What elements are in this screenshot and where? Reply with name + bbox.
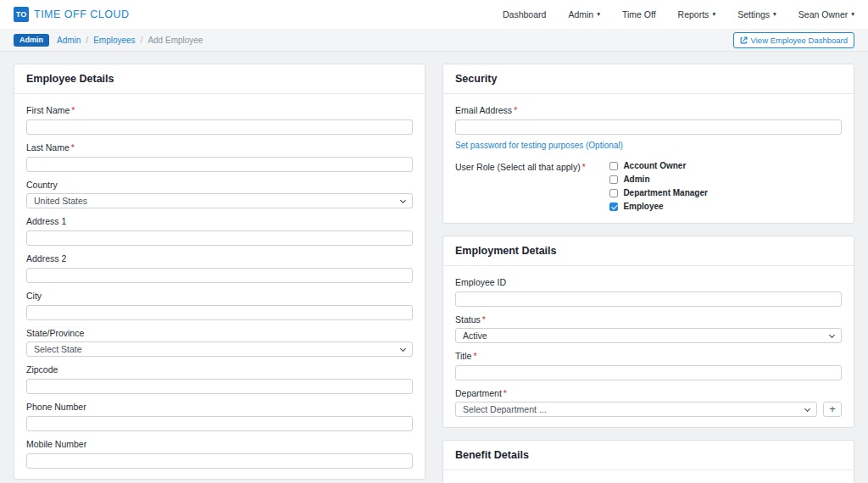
required-mark: * — [473, 351, 476, 361]
employee-id-label: Employee ID — [455, 277, 842, 287]
chevron-down-icon — [400, 197, 406, 203]
brand-text: TIME OFF CLOUD — [34, 8, 130, 20]
breadcrumb-employees[interactable]: Employees — [93, 36, 135, 45]
field-department: Department* Select Department ... + — [455, 388, 842, 417]
field-last-name: Last Name* — [26, 142, 413, 172]
field-address2: Address 2 — [26, 253, 413, 283]
main-nav: Dashboard Admin▾ Time Off Reports▾ Setti… — [503, 9, 854, 19]
state-select[interactable]: Select State — [26, 341, 413, 357]
chevron-down-icon — [804, 405, 810, 411]
app-logo-icon: TO — [14, 7, 29, 22]
breadcrumb-bar: Admin Admin / Employees / Add Employee V… — [0, 29, 868, 52]
checkbox-unchecked-icon[interactable] — [609, 175, 618, 184]
mobile-number-input[interactable] — [26, 453, 413, 469]
phone-number-label: Phone Number — [26, 402, 413, 412]
field-city: City — [26, 291, 413, 320]
field-country: Country United States — [26, 180, 413, 208]
department-label: Department* — [455, 388, 842, 398]
last-name-input[interactable] — [26, 157, 413, 172]
title-label: Title* — [455, 351, 842, 361]
email-input[interactable] — [455, 119, 842, 135]
admin-badge: Admin — [14, 34, 49, 47]
field-title: Title* — [455, 351, 842, 380]
address2-label: Address 2 — [26, 253, 413, 264]
first-name-label: First Name* — [26, 105, 413, 115]
required-mark: * — [71, 105, 75, 115]
field-first-name: First Name* — [26, 105, 413, 135]
required-mark: * — [504, 388, 507, 398]
user-role-group: User Role (Select all that apply)* Accou… — [455, 161, 842, 211]
checkbox-unchecked-icon[interactable] — [609, 162, 618, 170]
breadcrumb: Admin / Employees / Add Employee — [57, 36, 203, 45]
required-mark: * — [514, 105, 517, 115]
required-mark: * — [71, 142, 75, 153]
address1-label: Address 1 — [26, 216, 413, 226]
checkbox-checked-icon[interactable] — [609, 203, 618, 211]
chevron-down-icon: ▾ — [712, 11, 715, 18]
chevron-down-icon — [400, 345, 406, 351]
field-mobile: Mobile Number — [26, 439, 413, 469]
checkbox-unchecked-icon[interactable] — [609, 189, 618, 197]
view-employee-dashboard-button[interactable]: View Employee Dashboard — [733, 32, 854, 48]
role-department-manager[interactable]: Department Manager — [609, 188, 707, 197]
role-admin[interactable]: Admin — [609, 175, 707, 184]
email-label: Email Address* — [455, 105, 842, 115]
nav-admin[interactable]: Admin▾ — [568, 9, 600, 19]
zipcode-label: Zipcode — [26, 364, 413, 375]
chevron-down-icon: ▾ — [773, 11, 776, 18]
employee-id-input[interactable] — [455, 291, 842, 307]
city-input[interactable] — [26, 305, 413, 320]
user-role-options: Account Owner Admin Department Manager — [609, 161, 707, 211]
field-employee-id: Employee ID — [455, 277, 842, 307]
required-mark: * — [582, 162, 586, 172]
mobile-number-label: Mobile Number — [26, 439, 413, 449]
add-department-button[interactable]: + — [823, 402, 842, 417]
security-title: Security — [443, 64, 854, 94]
country-label: Country — [26, 180, 413, 190]
brand-link[interactable]: TO TIME OFF CLOUD — [14, 7, 130, 22]
role-account-owner[interactable]: Account Owner — [609, 161, 707, 170]
chevron-down-icon: ▾ — [597, 11, 600, 18]
address1-input[interactable] — [26, 230, 413, 246]
benefit-details-card: Benefit Details Shift* Select shift ... … — [442, 440, 854, 483]
country-select[interactable]: United States — [26, 193, 413, 208]
nav-user-menu[interactable]: Sean Owner▾ — [798, 9, 854, 19]
field-status: Status* Active — [455, 314, 842, 343]
nav-settings[interactable]: Settings▾ — [737, 9, 776, 19]
breadcrumb-admin[interactable]: Admin — [57, 36, 81, 45]
employee-details-title: Employee Details — [14, 64, 425, 94]
nav-time-off[interactable]: Time Off — [622, 9, 656, 19]
phone-number-input[interactable] — [26, 416, 413, 431]
breadcrumb-separator: / — [86, 36, 88, 45]
field-zipcode: Zipcode — [26, 364, 413, 394]
nav-reports[interactable]: Reports▾ — [678, 9, 716, 19]
breadcrumb-separator: / — [141, 36, 143, 45]
user-role-label: User Role (Select all that apply)* — [455, 161, 609, 211]
nav-dashboard[interactable]: Dashboard — [503, 9, 546, 19]
main-content: Employee Details First Name* Last Name* … — [0, 52, 868, 483]
role-employee[interactable]: Employee — [609, 202, 707, 211]
required-mark: * — [482, 314, 486, 325]
set-password-link[interactable]: Set password for testing purposes (Optio… — [455, 141, 623, 150]
right-column: Security Email Address* Set password for… — [442, 64, 854, 483]
employee-details-card: Employee Details First Name* Last Name* … — [14, 64, 426, 480]
status-select[interactable]: Active — [455, 328, 842, 343]
title-input[interactable] — [455, 365, 842, 380]
state-label: State/Province — [26, 328, 413, 338]
chevron-down-icon — [829, 331, 835, 337]
department-select[interactable]: Select Department ... — [455, 402, 817, 417]
field-phone: Phone Number — [26, 402, 413, 431]
zipcode-input[interactable] — [26, 379, 413, 394]
chevron-down-icon: ▾ — [851, 11, 854, 18]
benefit-details-title: Benefit Details — [443, 441, 854, 470]
city-label: City — [26, 291, 413, 301]
address2-input[interactable] — [26, 268, 413, 283]
last-name-label: Last Name* — [26, 142, 413, 153]
security-card: Security Email Address* Set password for… — [442, 64, 854, 224]
status-label: Status* — [455, 314, 842, 325]
first-name-input[interactable] — [26, 119, 413, 135]
field-email: Email Address* — [455, 105, 842, 135]
field-address1: Address 1 — [26, 216, 413, 246]
employment-details-card: Employment Details Employee ID Status* A… — [442, 236, 854, 428]
left-column: Employee Details First Name* Last Name* … — [14, 64, 426, 483]
